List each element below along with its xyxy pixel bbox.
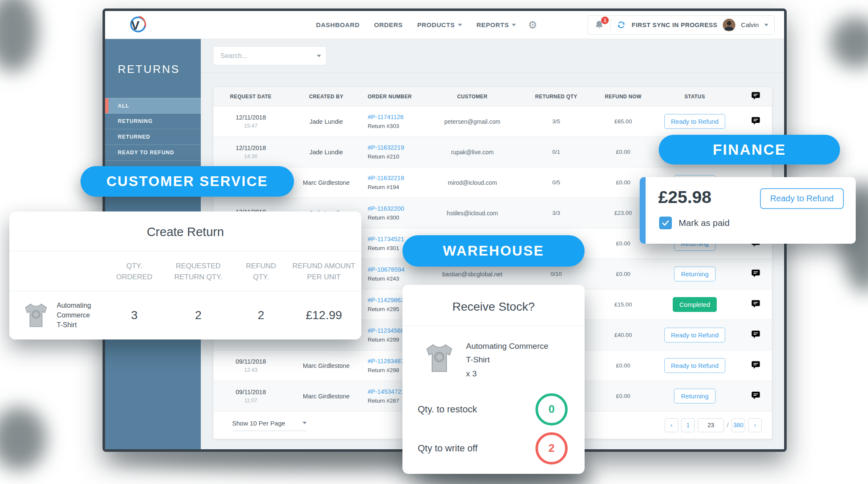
order-number-link[interactable]: #P-11632218	[368, 175, 428, 181]
decor-glow	[0, 407, 47, 470]
request-time: 12:43	[214, 367, 288, 373]
finance-pill: FINANCE	[659, 135, 840, 164]
prev-page-button[interactable]: ‹	[665, 418, 678, 432]
refund-now: £0.00	[596, 393, 651, 399]
receive-stock-card: Receive Stock? Automating Commerce T-Shi…	[402, 285, 585, 474]
decor-glow	[830, 17, 868, 68]
gear-icon[interactable]: ⚙	[528, 20, 537, 30]
request-time: 11:07	[214, 398, 288, 403]
first-page-button[interactable]: 1	[681, 418, 695, 432]
request-date: 12/11/2018	[214, 114, 288, 121]
writeoff-label: Qty to write off	[418, 443, 477, 454]
chat-icon[interactable]	[751, 360, 760, 370]
return-reference: Return #243	[368, 275, 428, 282]
requested-return-qty-value[interactable]: 2	[161, 309, 236, 322]
col-status: STATUS	[651, 94, 739, 100]
order-number-link[interactable]: #P-11741126	[368, 114, 428, 120]
ready-to-refund-button[interactable]: Ready to Refund	[760, 188, 844, 209]
chat-icon[interactable]	[751, 391, 760, 400]
return-reference: Return #194	[368, 184, 428, 190]
chat-icon[interactable]	[751, 269, 760, 278]
request-date: 09/11/2018	[214, 389, 288, 395]
order-number-link[interactable]: #P-10678594	[368, 266, 428, 273]
refund-now: £15.00	[596, 301, 651, 308]
status-badge[interactable]: Ready to Refund	[664, 114, 726, 129]
search-box	[213, 46, 327, 65]
receive-stock-title: Receive Stock?	[402, 285, 585, 314]
main-nav: DASHBOARDORDERSPRODUCTSREPORTS	[316, 21, 516, 28]
chat-icon[interactable]	[751, 299, 760, 309]
page-title: RETURNS	[105, 39, 201, 76]
nav-item-reports[interactable]: REPORTS	[477, 21, 516, 28]
user-menu[interactable]: Calvin	[741, 21, 759, 28]
order-number-link[interactable]: #P-11632219	[368, 144, 428, 151]
refund-qty-value[interactable]: 2	[236, 309, 286, 322]
return-reference: Return #300	[368, 214, 428, 221]
status-badge[interactable]: Completed	[673, 297, 717, 312]
avatar[interactable]	[723, 19, 735, 31]
search-icon[interactable]	[312, 51, 313, 60]
nav-item-products[interactable]: PRODUCTS	[417, 21, 462, 28]
product-name: Automating Commerce T-Shirt x 3	[466, 339, 548, 381]
mark-as-paid-checkbox[interactable]: Mark as paid	[659, 217, 729, 229]
current-page-input[interactable]: 23	[698, 418, 724, 432]
comments-column-icon	[739, 91, 773, 102]
customer-email: mirod@icloud.com	[428, 179, 517, 186]
chevron-down-icon	[458, 24, 462, 26]
refund-now: £0.00	[596, 362, 651, 369]
col-requested-return-qty: REQUESTEDRETURN QTY.	[161, 261, 236, 283]
sidebar-item-all[interactable]: ALL	[105, 98, 201, 114]
col-request-date: REQUEST DATE	[214, 94, 288, 100]
nav-item-orders[interactable]: ORDERS	[374, 21, 403, 28]
restock-qty-stepper[interactable]: 0	[535, 393, 568, 426]
next-page-button[interactable]: ›	[748, 418, 762, 432]
returned-qty: 0/5	[517, 179, 596, 186]
notifications-button[interactable]: 1	[594, 19, 605, 31]
per-page-label: Show 10 Per Page	[232, 420, 285, 427]
sidebar-item-returning[interactable]: RETURNING	[105, 114, 201, 129]
status-badge[interactable]: Ready to Refund	[664, 328, 726, 342]
search-filter-caret-icon[interactable]	[317, 55, 321, 57]
refund-amount: £25.98	[658, 187, 711, 207]
chat-icon[interactable]	[751, 330, 760, 339]
col-refund-qty: REFUNDQTY.	[236, 261, 286, 283]
status-badge[interactable]: Returning	[674, 267, 715, 281]
customer-email: hstiles@icloud.com	[428, 210, 517, 217]
request-time: 14:30	[214, 153, 288, 159]
qty-ordered-value: 3	[108, 309, 161, 322]
returned-qty: 0/1	[517, 149, 596, 155]
restock-label: Qty. to restock	[418, 404, 477, 415]
refund-amount-value: £12.99	[286, 309, 361, 322]
pagination: ‹ 1 23 / 380 ›	[665, 418, 762, 432]
chat-icon[interactable]	[751, 116, 760, 125]
status-badge[interactable]: Returning	[674, 389, 715, 403]
header-status-group: 1 FIRST SYNC IN PROGRESS	[588, 15, 775, 35]
app-logo: V	[127, 15, 147, 35]
created-by: Marc Girdlestone	[288, 179, 364, 186]
order-number-link[interactable]: #P-11632200	[368, 205, 428, 212]
top-nav-bar: V DASHBOARDORDERSPRODUCTSREPORTS ⚙ 1	[105, 11, 784, 39]
request-date: 12/11/2018	[214, 145, 288, 151]
chevron-down-icon[interactable]	[764, 24, 768, 26]
table-row[interactable]: 12/11/2018 15:47 Jade Lundie #P-11741126…	[214, 106, 772, 137]
returned-qty: 3/3	[517, 210, 596, 216]
create-return-row: Automating Commerce T-Shirt 3 2 2 £12.99	[9, 291, 361, 336]
page-separator: /	[727, 422, 729, 428]
refund-now: £0.00	[596, 271, 651, 277]
refund-now: £40.00	[596, 332, 651, 338]
customer-service-pill: CUSTOMER SERVICE	[80, 166, 294, 197]
status-badge[interactable]: Ready to Refund	[664, 358, 726, 373]
writeoff-qty-stepper[interactable]: 2	[535, 432, 568, 465]
col-returned-qty: RETURNED QTY	[517, 94, 596, 100]
search-input[interactable]	[220, 52, 308, 60]
checkbox-checked-icon[interactable]	[659, 217, 672, 229]
customer-email: petersen@gmail.com	[428, 118, 517, 125]
total-pages-button[interactable]: 380	[732, 418, 745, 432]
created-by: Jade Lundie	[288, 149, 364, 156]
sidebar-item-ready-to-refund[interactable]: READY TO REFUND	[105, 145, 201, 161]
mark-as-paid-label: Mark as paid	[679, 218, 729, 228]
per-page-select[interactable]: Show 10 Per Page	[232, 420, 307, 431]
sidebar-item-returned[interactable]: RETURNED	[105, 129, 201, 145]
toolbar	[201, 39, 784, 73]
nav-item-dashboard[interactable]: DASHBOARD	[316, 21, 360, 28]
